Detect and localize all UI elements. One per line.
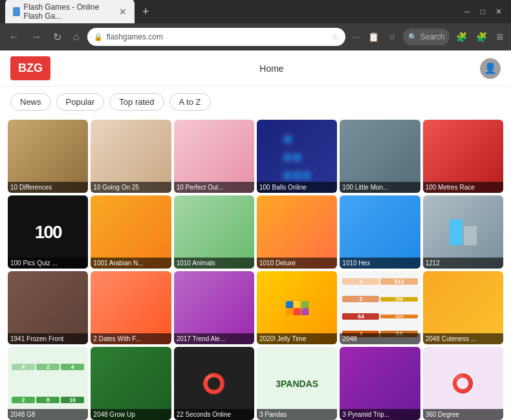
site-logo: BZG xyxy=(10,56,50,80)
filter-a-to-z[interactable]: A to Z xyxy=(169,93,211,111)
filter-popular[interactable]: Popular xyxy=(56,93,105,111)
game-card[interactable]: 1010 Hex xyxy=(340,195,420,269)
home-button[interactable]: ⌂ xyxy=(69,28,83,45)
game-label: 100 Little Mon... xyxy=(340,182,420,193)
site-header: BZG Home 👤 xyxy=(0,50,511,87)
nav-home-link[interactable]: Home xyxy=(259,63,283,74)
site-nav: Home xyxy=(63,63,480,74)
game-label: 2017 Trend Ale... xyxy=(174,333,254,344)
game-label: 2 Dates With F... xyxy=(91,333,171,344)
game-label: 1001 Arabian N... xyxy=(91,258,171,269)
game-label: 100 Balls Online xyxy=(257,182,337,193)
close-button[interactable]: ✕ xyxy=(492,5,506,19)
game-card[interactable]: 100 Little Mon... xyxy=(340,120,420,193)
game-card[interactable]: ⭕ 22 Seconds Online xyxy=(174,347,254,420)
menu-button[interactable]: ≡ xyxy=(494,28,506,47)
forward-button[interactable]: → xyxy=(27,28,45,45)
search-icon: 🔍 xyxy=(408,33,417,41)
game-card[interactable]: 2017 Trend Ale... xyxy=(174,271,254,344)
game-card[interactable]: 1941 Frozen Front xyxy=(8,271,88,344)
browser-toolbar: ← → ↻ ⌂ 🔒 flashgames.com ☆ ··· 📋 ☆ 🔍 Sea… xyxy=(0,23,511,50)
filter-news[interactable]: News xyxy=(10,93,51,111)
game-card[interactable]: 10 Differences xyxy=(8,120,88,193)
reading-list-button[interactable]: 📋 xyxy=(365,29,382,45)
address-bar[interactable]: 🔒 flashgames.com ☆ xyxy=(87,28,345,46)
game-card[interactable]: 1010 Deluxe xyxy=(257,195,337,269)
tab-title: Flash Games - Online Flash Ga... xyxy=(24,3,111,21)
search-box[interactable]: 🔍 Search xyxy=(403,28,450,45)
tab-favicon xyxy=(13,7,20,16)
game-label: 22 Seconds Online xyxy=(174,409,254,420)
browser-tab[interactable]: Flash Games - Online Flash Ga... ✕ xyxy=(5,0,135,25)
game-label: 1212 xyxy=(423,258,503,269)
lock-icon: 🔒 xyxy=(94,33,103,41)
page-content: BZG Home 👤 News Popular Top rated A to Z… xyxy=(0,50,511,420)
game-card[interactable]: ●●●●●● 100 Balls Online xyxy=(257,120,337,193)
game-label: 3 Pandas xyxy=(257,409,337,420)
game-label: 2048 Grow Up xyxy=(91,409,171,420)
game-card[interactable]: 1001 Arabian N... xyxy=(91,195,171,269)
game-label: 100 Pics Quiz ... xyxy=(8,258,88,269)
bookmark-button[interactable]: ☆ xyxy=(386,29,399,45)
game-card[interactable]: 100 Metres Race xyxy=(423,120,503,193)
game-label: 1010 Deluxe xyxy=(257,258,337,269)
game-label: 10 Going On 25 xyxy=(91,182,171,193)
game-card[interactable]: 2048 Grow Up xyxy=(91,347,171,420)
game-card[interactable]: 🟦🟨🟩🟧🟥🟪 2020! Jelly Time xyxy=(257,271,337,344)
filter-top-rated[interactable]: Top rated xyxy=(109,93,164,111)
toolbar-actions: ··· 📋 ☆ xyxy=(349,29,400,45)
extensions-button[interactable]: 🧩 xyxy=(453,29,470,45)
game-label: 10 Differences xyxy=(8,182,88,193)
game-label: 1941 Frozen Front xyxy=(8,333,88,344)
game-label: 1010 Hex xyxy=(340,258,420,269)
game-label: 100 Metres Race xyxy=(423,182,503,193)
address-text: flashgames.com xyxy=(107,32,327,41)
more-button[interactable]: ··· xyxy=(349,29,362,45)
bookmark-star-icon[interactable]: ☆ xyxy=(331,32,339,42)
game-label: 3 Pyramid Trip... xyxy=(340,409,420,420)
new-tab-button[interactable]: + xyxy=(137,5,155,19)
game-card[interactable]: ⭕ 360 Degree xyxy=(423,347,503,420)
game-label: 10 Perfect Out... xyxy=(174,182,254,193)
game-label: 1010 Animals xyxy=(174,258,254,269)
game-card[interactable]: 100 100 Pics Quiz ... xyxy=(8,195,88,269)
game-label: 2048 G8 xyxy=(8,409,88,420)
game-label: 2048 Cuteness ... xyxy=(423,333,503,344)
game-card[interactable]: 10 Going On 25 xyxy=(91,120,171,193)
refresh-button[interactable]: ↻ xyxy=(49,28,65,46)
game-card[interactable]: 1010 Animals xyxy=(174,195,254,269)
game-grid: 10 Differences 10 Going On 25 10 Perfect… xyxy=(0,117,511,420)
game-card[interactable]: 4 2 4 2 8 16 2048 G8 xyxy=(8,347,88,420)
back-button[interactable]: ← xyxy=(5,28,23,45)
game-card[interactable]: 3 Pyramid Trip... xyxy=(340,347,420,420)
user-avatar[interactable]: 👤 xyxy=(480,58,501,79)
minimize-button[interactable]: ─ xyxy=(461,5,474,19)
browser-titlebar: Flash Games - Online Flash Ga... ✕ + ─ □… xyxy=(0,0,511,23)
maximize-button[interactable]: □ xyxy=(477,5,489,19)
game-card[interactable]: 10 Perfect Out... xyxy=(174,120,254,193)
game-card[interactable]: 1212 xyxy=(423,195,503,269)
game-label: 2020! Jelly Time xyxy=(257,333,337,344)
filter-bar: News Popular Top rated A to Z xyxy=(0,87,511,117)
extensions2-button[interactable]: 🧩 xyxy=(473,29,490,45)
game-card[interactable]: 2048 Cuteness ... xyxy=(423,271,503,344)
game-card[interactable]: 3PANDAS 3 Pandas xyxy=(257,347,337,420)
game-card[interactable]: 2 Dates With F... xyxy=(91,271,171,344)
browser-frame: Flash Games - Online Flash Ga... ✕ + ─ □… xyxy=(0,0,511,420)
game-label: 2048 xyxy=(340,333,420,344)
tab-close-button[interactable]: ✕ xyxy=(119,6,127,17)
game-label: 360 Degree xyxy=(423,409,503,420)
game-card[interactable]: 4 512 2 256 64 1024 4 64 2048 xyxy=(340,271,420,344)
search-placeholder: Search xyxy=(420,32,444,41)
